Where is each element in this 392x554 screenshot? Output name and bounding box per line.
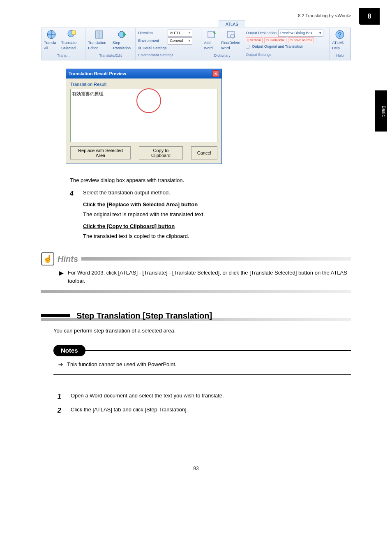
find-delete-word-label: Find/Delete Word bbox=[221, 40, 240, 51]
find-delete-word-button[interactable]: Find/Delete Word bbox=[221, 30, 240, 51]
preview-explain-text: The preview dialog box appears with tran… bbox=[70, 176, 343, 185]
vertical-button[interactable]: ▯Vertical bbox=[246, 37, 262, 43]
header-section: 8.2 Translating by <Word> bbox=[298, 13, 351, 18]
translation-editor-button[interactable]: Translation Editor bbox=[88, 30, 110, 51]
ribbon-group-help: Help bbox=[336, 53, 344, 59]
globe-select-icon bbox=[67, 30, 77, 39]
editor-icon bbox=[94, 30, 104, 39]
translate-selected-label: Translate Selected bbox=[61, 40, 83, 51]
step-translation-label: Step Translation bbox=[113, 40, 133, 51]
copy-substep-text: The translated text is copied to the cli… bbox=[83, 232, 343, 240]
divider bbox=[85, 350, 351, 351]
step-1-number: 1 bbox=[58, 392, 66, 402]
ribbon-group-dictionary: Dictionary bbox=[214, 53, 231, 59]
close-button[interactable]: × bbox=[212, 70, 219, 77]
hints-label: Hints bbox=[58, 253, 78, 265]
replace-with-selected-button[interactable]: Replace with Selected Area bbox=[70, 146, 131, 159]
output-destination-value: Preview Dialog Box bbox=[280, 30, 312, 36]
vertical-label: Vertical bbox=[250, 38, 261, 43]
svg-text:?: ? bbox=[338, 31, 341, 38]
ribbon-group-edit: Translate/Edit bbox=[99, 53, 122, 59]
hints-text: For Word 2003, click [ATLAS] - [Translat… bbox=[68, 269, 351, 285]
save-pair-icon: ▭ bbox=[290, 38, 293, 43]
chevron-down-icon: ▾ bbox=[189, 39, 190, 44]
output-destination-label: Output Destination bbox=[246, 30, 277, 36]
environment-value: General bbox=[170, 38, 183, 44]
step-4-text: Select the translation output method. bbox=[83, 189, 343, 197]
chevron-down-icon: ▾ bbox=[189, 30, 190, 35]
chevron-down-icon: ▾ bbox=[319, 30, 321, 36]
output-orig-trans-label: Output Original and Translation bbox=[252, 44, 303, 50]
translation-result-label: Translation Result bbox=[70, 81, 217, 88]
add-word-button[interactable]: Add Word bbox=[204, 30, 219, 51]
environment-label: Environment bbox=[138, 38, 166, 44]
close-icon: × bbox=[214, 70, 217, 77]
copy-substep-heading: Click the [Copy to Clipboard] button bbox=[83, 222, 343, 231]
ribbon-group-output: Output Settings bbox=[246, 52, 327, 58]
replace-substep-heading: Click the [Replace with Selected Area] b… bbox=[83, 201, 343, 209]
section-bar bbox=[41, 314, 70, 317]
help-icon: ? bbox=[335, 30, 345, 39]
output-orig-trans-checkbox[interactable] bbox=[246, 45, 249, 48]
ribbon-tab-atlas[interactable]: ATLAS bbox=[219, 20, 245, 28]
translate-all-button[interactable]: Transla All bbox=[44, 30, 59, 51]
divider bbox=[53, 374, 351, 375]
svg-rect-6 bbox=[208, 31, 214, 38]
dialog-title: Translation Result Preview bbox=[69, 70, 126, 77]
divider bbox=[41, 290, 351, 293]
direction-label: Direction bbox=[138, 30, 166, 36]
atlas-help-label: ATLAS Help bbox=[332, 40, 348, 51]
section-intro: You can perform step translation of a se… bbox=[53, 327, 351, 335]
chapter-badge: 8 bbox=[359, 8, 380, 25]
direction-combobox[interactable]: AUTO ▾ bbox=[168, 30, 192, 37]
notes-text: This function cannot be used with PowerP… bbox=[67, 360, 177, 369]
notes-label: Notes bbox=[53, 345, 85, 357]
section-side-label: Basic bbox=[375, 90, 387, 132]
vertical-icon: ▯ bbox=[247, 38, 249, 43]
translation-result-text[interactable]: 有効需要の原理 bbox=[70, 89, 217, 142]
cancel-button[interactable]: Cancel bbox=[191, 146, 217, 159]
copy-to-clipboard-button[interactable]: Copy to Clipboard bbox=[139, 146, 183, 159]
save-as-pair-button[interactable]: ▭Save as Pair bbox=[288, 37, 314, 43]
find-word-icon bbox=[226, 30, 236, 39]
translate-selected-button[interactable]: Translate Selected bbox=[61, 30, 83, 51]
step-4-number: 4 bbox=[70, 189, 78, 240]
ribbon-group-translate: Trans... bbox=[57, 53, 69, 59]
hints-icon: ☝ bbox=[41, 252, 54, 265]
detail-settings-button[interactable]: ⚙ Detail Settings bbox=[138, 46, 198, 51]
translate-all-label: Transla All bbox=[44, 40, 59, 51]
add-word-icon bbox=[206, 30, 216, 39]
horizontal-label: Horizontal bbox=[270, 38, 285, 43]
arrow-icon bbox=[58, 360, 63, 369]
detail-settings-label: Detail Settings bbox=[143, 46, 166, 51]
page-footer-number: 93 bbox=[41, 465, 351, 472]
preview-dialog: Translation Result Preview × Translation… bbox=[66, 69, 222, 164]
settings-icon: ⚙ bbox=[138, 46, 141, 51]
output-destination-combobox[interactable]: Preview Dialog Box ▾ bbox=[278, 30, 323, 37]
divider bbox=[81, 257, 351, 261]
bullet-icon: ▶ bbox=[59, 269, 64, 285]
save-as-pair-label: Save as Pair bbox=[294, 38, 312, 43]
atlas-help-button[interactable]: ? ATLAS Help bbox=[332, 30, 348, 51]
globe-icon bbox=[46, 30, 56, 39]
horizontal-icon: ▭ bbox=[266, 38, 269, 43]
environment-combobox[interactable]: General ▾ bbox=[168, 37, 192, 45]
translation-editor-label: Translation Editor bbox=[88, 40, 110, 51]
svg-rect-2 bbox=[72, 31, 76, 35]
ribbon-group-env: Environment Settings bbox=[138, 53, 198, 58]
replace-substep-text: The original text is replaced with the t… bbox=[83, 210, 343, 219]
page-header: 8.2 Translating by <Word> bbox=[41, 12, 351, 19]
step-2-text: Click the [ATLAS] tab and click [Step Tr… bbox=[71, 406, 351, 414]
step-2-number: 2 bbox=[58, 406, 66, 416]
step-icon bbox=[118, 30, 127, 39]
ribbon: Transla All Translate Selected Trans... … bbox=[41, 28, 351, 61]
add-word-label: Add Word bbox=[204, 40, 219, 51]
direction-value: AUTO bbox=[170, 30, 180, 36]
svg-rect-7 bbox=[228, 31, 234, 38]
step-translation-button[interactable]: Step Translation bbox=[113, 30, 133, 51]
step-1-text: Open a Word document and select the text… bbox=[71, 392, 351, 400]
section-title: Step Translation [Step Translation] bbox=[76, 309, 212, 322]
horizontal-button[interactable]: ▭Horizontal bbox=[264, 37, 286, 43]
